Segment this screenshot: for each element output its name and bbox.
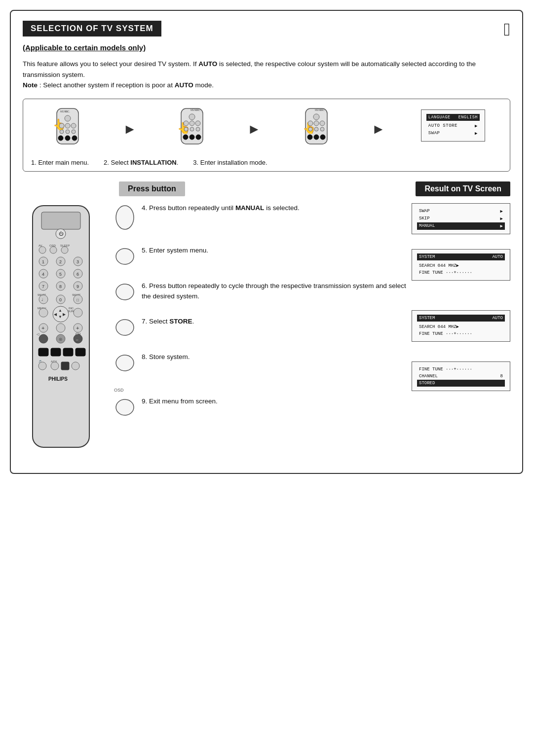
screen3-system: SYSTEM (419, 316, 435, 321)
svg-point-49 (50, 247, 57, 253)
svg-point-2 (65, 115, 71, 121)
step-8-row: 8. Store system. (114, 352, 412, 374)
step-8-block: 8. Store system. (114, 352, 412, 374)
svg-text:♩: ♩ (41, 298, 43, 301)
svg-point-6 (60, 130, 64, 134)
step-5-text: 5. Enter system menu. (142, 246, 412, 256)
svg-text:PHILIPS: PHILIPS (48, 376, 68, 382)
svg-point-47 (39, 247, 46, 253)
svg-text:▲: ▲ (58, 308, 62, 313)
svg-point-19 (184, 121, 189, 126)
svg-point-21 (195, 121, 200, 126)
page-container: Selection of TV System 𝒨 (Applicable to … (10, 10, 523, 474)
screen-2: SYSTEM AUTO SEARCH 044 MHZ▶ FINE TUNE ··… (412, 249, 510, 281)
step-7-button-icon (114, 317, 136, 338)
svg-text:7: 7 (42, 284, 44, 289)
top-diagram-screen: LANGUAGE ENGLISH AUTO STORE ▶ SWAP ▶ (421, 109, 485, 142)
svg-rect-103 (76, 348, 85, 356)
step-6-button-icon (114, 281, 136, 303)
subtitle: (Applicable to certain models only) (23, 43, 510, 52)
screen1-skip: SKIP (419, 216, 430, 221)
svg-point-20 (190, 121, 194, 126)
step1-remote: 👆 MENU INC. (48, 106, 87, 153)
svg-text:INC.: INC. (320, 108, 325, 111)
arrow-2: ► (247, 121, 261, 137)
step-8-button-icon (114, 352, 136, 374)
svg-text:2: 2 (59, 259, 62, 264)
screen-lang-label: LANGUAGE (428, 115, 451, 120)
svg-point-112 (116, 249, 134, 264)
screen-lang-value: ENGLISH (458, 115, 478, 120)
step-9-block: OSD 9. Exit menu from screen. (114, 388, 412, 418)
svg-point-33 (308, 121, 313, 126)
step-4-button-icon (114, 203, 136, 232)
screen3-search: SEARCH 044 MHZ▶ (417, 323, 505, 330)
svg-rect-102 (63, 348, 73, 356)
screen-swap: SWAP (428, 131, 440, 136)
screen-auto-store: AUTO STORE (428, 123, 457, 129)
svg-point-38 (320, 127, 324, 131)
screen4-stored: STORED (417, 380, 505, 387)
svg-point-94 (39, 334, 48, 343)
svg-point-107 (51, 362, 59, 370)
svg-text:9: 9 (76, 284, 79, 289)
svg-point-79 (39, 308, 48, 317)
page-number: 𝒨 (504, 21, 510, 38)
svg-point-105 (38, 362, 46, 370)
remote-control-svg: ⏻ AV OSD SLEEP 1 2 3 4 5 (23, 203, 99, 460)
svg-point-16 (189, 114, 195, 120)
step-9-text: 9. Exit menu from screen. (142, 396, 412, 407)
svg-text:1: 1 (42, 259, 44, 264)
svg-point-90 (56, 324, 65, 332)
svg-point-30 (313, 114, 319, 120)
svg-text:□: □ (76, 298, 79, 302)
svg-point-22 (184, 127, 188, 131)
step2-remote: 👆 MENU INC. (172, 106, 212, 153)
svg-point-34 (314, 121, 319, 126)
screen2-auto: AUTO (492, 254, 503, 259)
step-6-block: 6. Press button repeatedly to cycle thro… (114, 281, 412, 303)
svg-text:0: 0 (59, 297, 62, 302)
screen-1: SWAP▶ SKIP▶ MANUAL▶ (412, 203, 510, 234)
svg-text:3: 3 (76, 259, 79, 264)
header-section: Selection of TV System 𝒨 (23, 21, 510, 38)
svg-point-24 (196, 127, 200, 131)
step-4-text: 4. Press button repeatedly until MANUAL … (142, 203, 412, 214)
diagram-steps: 👆 MENU INC. ► (31, 106, 502, 153)
title-bar: Selection of TV System (23, 21, 161, 36)
diagram-label-1: 1. Enter main menu. (31, 159, 89, 166)
svg-point-8 (72, 130, 76, 134)
svg-point-7 (66, 130, 70, 134)
step-5-button-icon (114, 246, 136, 267)
step-7-text: 7. Select STORE. (142, 317, 412, 327)
svg-text:+: + (41, 325, 44, 331)
svg-text:⊗: ⊗ (59, 337, 63, 342)
svg-text:⏻: ⏻ (59, 231, 64, 236)
svg-rect-108 (61, 362, 69, 370)
svg-text:8: 8 (59, 284, 62, 289)
svg-point-25 (183, 135, 188, 140)
svg-point-41 (320, 135, 325, 140)
step-5-block: 5. Enter system menu. (114, 246, 412, 267)
svg-point-3 (59, 123, 64, 128)
step-4-num: 4. (142, 204, 149, 212)
svg-point-71 (39, 295, 48, 304)
svg-point-39 (307, 135, 312, 140)
svg-point-4 (65, 123, 70, 128)
screen1-manual: MANUAL (419, 223, 435, 229)
svg-point-40 (314, 135, 319, 140)
title-bold: TV System (101, 24, 153, 33)
screen-4: FINE TUNE ···+······ CHANNEL8 STORED (412, 361, 510, 391)
svg-point-26 (190, 135, 194, 140)
screen2-finetune: FINE TUNE ···+······ (417, 269, 505, 276)
step-7-block: 7. Select STORE. (114, 317, 412, 338)
step-6-text: 6. Press button repeatedly to cycle thro… (142, 281, 412, 302)
svg-text:INC.: INC. (196, 108, 201, 111)
description-1: This feature allows you to select your d… (23, 59, 510, 91)
step-6-row: 6. Press button repeatedly to cycle thro… (114, 281, 412, 303)
main-layout: ⏻ AV OSD SLEEP 1 2 3 4 5 (23, 203, 510, 461)
svg-text:▶: ▶ (63, 312, 66, 317)
title-prefix: Selection of (31, 24, 101, 33)
svg-point-27 (196, 135, 201, 140)
svg-point-87 (74, 308, 82, 317)
